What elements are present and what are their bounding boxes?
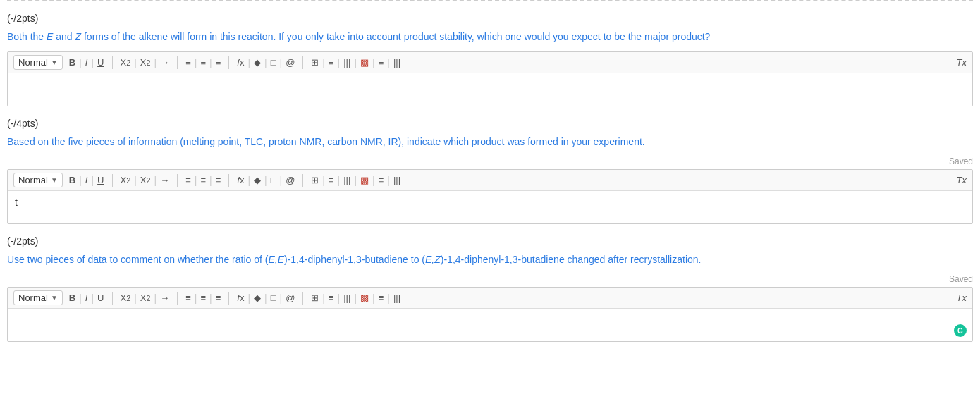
dashed-divider: [7, 0, 973, 1]
format-select-3[interactable]: Normal ▼: [13, 290, 63, 305]
align-btn-2[interactable]: ≡: [326, 174, 336, 186]
ordered-list-btn-2[interactable]: ≡: [183, 174, 193, 186]
divider-1i: |: [280, 57, 283, 68]
editor-body-1[interactable]: [8, 73, 972, 106]
clear-format-btn-3[interactable]: Tx: [957, 293, 967, 303]
editor-content-2[interactable]: t: [15, 197, 965, 218]
divider-3l: |: [354, 293, 357, 304]
align2-btn-2[interactable]: ≡: [376, 174, 386, 186]
page-container: (-/2pts) Both the E and Z forms of the a…: [0, 0, 980, 342]
col-btn-2[interactable]: |||: [341, 174, 353, 186]
format2-btn-1[interactable]: |||: [391, 56, 403, 68]
table-btn-1[interactable]: ⊞: [309, 56, 321, 68]
format2-btn-3[interactable]: |||: [391, 292, 403, 304]
col-btn-3[interactable]: |||: [341, 292, 353, 304]
special-btn-3[interactable]: ◆: [252, 292, 263, 304]
toolbar-divider-1c: [228, 56, 229, 69]
text-format-group-1: B | I | U: [67, 56, 106, 68]
script-group-1: X2 | X2 | →: [118, 56, 172, 68]
editor-body-2[interactable]: t: [8, 191, 972, 223]
unordered-list-btn-3[interactable]: ≡: [198, 292, 208, 304]
formula-btn-3[interactable]: fx: [235, 292, 246, 304]
formula-btn-1[interactable]: fx: [235, 56, 246, 68]
special-btn-2[interactable]: ◆: [252, 174, 263, 186]
divider-3j: |: [322, 293, 325, 304]
arrow-btn-1[interactable]: →: [158, 56, 171, 68]
color-btn-2[interactable]: ▩: [358, 174, 371, 186]
italic-btn-1[interactable]: I: [83, 56, 90, 68]
divider-3n: |: [387, 293, 390, 304]
editor-3: Normal ▼ B | I | U X2 | X2 | →: [7, 287, 973, 342]
image-btn-3[interactable]: □: [269, 292, 278, 304]
arrow-btn-2[interactable]: →: [158, 174, 171, 186]
divider-3c: |: [134, 293, 137, 304]
superscript-btn-1[interactable]: X2: [138, 56, 153, 68]
col-btn-1[interactable]: |||: [341, 56, 353, 68]
list-group-2: ≡ | ≡ | ≡: [183, 174, 223, 186]
editor-content-1[interactable]: [15, 79, 965, 100]
bold-btn-2[interactable]: B: [67, 174, 78, 186]
align-btn-3[interactable]: ≡: [326, 292, 336, 304]
toolbar-divider-2a: [112, 174, 113, 187]
bold-btn-3[interactable]: B: [67, 292, 78, 304]
indent-btn-3[interactable]: ≡: [214, 292, 223, 304]
points-label-2: (-/4pts): [7, 118, 973, 129]
divider-2l: |: [354, 175, 357, 186]
format-select-label-2: Normal: [18, 175, 48, 185]
bold-btn-1[interactable]: B: [67, 56, 78, 68]
color-btn-1[interactable]: ▩: [358, 56, 371, 68]
color-btn-3[interactable]: ▩: [358, 292, 371, 304]
link-btn-3[interactable]: @: [283, 292, 297, 304]
indent-btn-1[interactable]: ≡: [214, 56, 223, 68]
unordered-list-btn-2[interactable]: ≡: [198, 174, 208, 186]
format-select-1[interactable]: Normal ▼: [13, 55, 63, 70]
ordered-list-btn-3[interactable]: ≡: [183, 292, 193, 304]
table-btn-3[interactable]: ⊞: [309, 292, 321, 304]
superscript-btn-2[interactable]: X2: [138, 174, 153, 186]
format-select-2[interactable]: Normal ▼: [13, 173, 63, 187]
em-ez: E,Z: [425, 254, 441, 265]
script-group-3: X2 | X2 | →: [118, 292, 172, 304]
clear-format-btn-2[interactable]: Tx: [957, 175, 967, 185]
toolbar-divider-3c: [228, 292, 229, 304]
arrow-btn-3[interactable]: →: [158, 292, 171, 304]
link-btn-2[interactable]: @: [283, 174, 297, 186]
link-btn-1[interactable]: @: [283, 56, 297, 68]
format-select-arrow-3: ▼: [51, 294, 58, 302]
table-btn-2[interactable]: ⊞: [309, 174, 321, 186]
italic-btn-3[interactable]: I: [83, 292, 90, 304]
section-2: (-/4pts) Based on the five pieces of inf…: [7, 118, 973, 224]
align2-btn-1[interactable]: ≡: [376, 56, 386, 68]
italic-btn-2[interactable]: I: [83, 174, 90, 186]
divider-2g: |: [247, 175, 250, 186]
subscript-btn-2[interactable]: X2: [118, 174, 133, 186]
toolbar-divider-3b: [177, 292, 178, 304]
underline-btn-1[interactable]: U: [95, 56, 106, 68]
underline-btn-3[interactable]: U: [95, 292, 106, 304]
ordered-list-btn-1[interactable]: ≡: [183, 56, 193, 68]
image-btn-2[interactable]: □: [269, 174, 278, 186]
toolbar-divider-1b: [177, 56, 178, 69]
subscript-btn-3[interactable]: X2: [118, 292, 133, 304]
section-3: (-/2pts) Use two pieces of data to comme…: [7, 235, 973, 342]
unordered-list-btn-1[interactable]: ≡: [198, 56, 208, 68]
editor-content-3[interactable]: [15, 314, 965, 336]
align-btn-1[interactable]: ≡: [326, 56, 336, 68]
formula-btn-2[interactable]: fx: [235, 174, 246, 186]
editor-body-3[interactable]: G: [8, 309, 972, 341]
format-select-arrow-2: ▼: [51, 176, 58, 184]
grammarly-icon[interactable]: G: [954, 324, 967, 338]
table-group-3: ⊞ | ≡ | ||| | ▩ | ≡ | |||: [309, 292, 403, 304]
align2-btn-3[interactable]: ≡: [376, 292, 386, 304]
clear-format-btn-1[interactable]: Tx: [957, 57, 967, 68]
divider-1e: |: [195, 57, 197, 68]
superscript-btn-3[interactable]: X2: [138, 292, 153, 304]
underline-btn-2[interactable]: U: [95, 174, 106, 186]
toolbar-divider-1d: [302, 56, 303, 69]
subscript-btn-1[interactable]: X2: [118, 56, 133, 68]
indent-btn-2[interactable]: ≡: [214, 174, 223, 186]
format2-btn-2[interactable]: |||: [391, 174, 403, 186]
image-btn-1[interactable]: □: [269, 56, 278, 68]
special-btn-1[interactable]: ◆: [252, 56, 263, 68]
divider-2h: |: [264, 175, 267, 186]
